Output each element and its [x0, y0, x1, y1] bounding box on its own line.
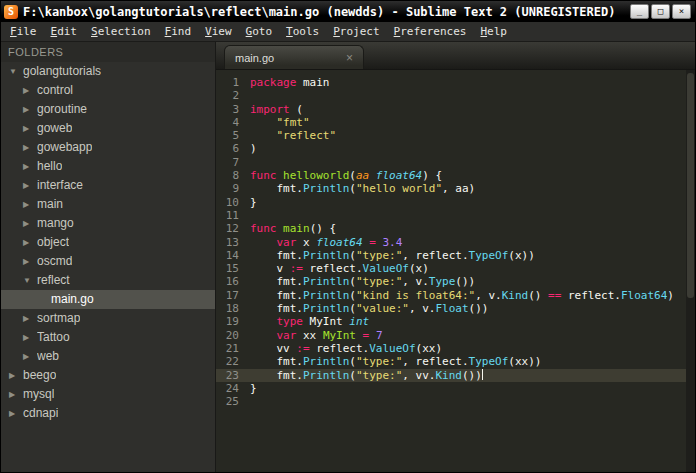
code-line-13[interactable]: 13 var x float64 = 3.4: [216, 236, 695, 249]
folder-item-object[interactable]: ▶object: [1, 233, 215, 252]
code-line-14[interactable]: 14 fmt.Println("type:", reflect.TypeOf(x…: [216, 249, 695, 262]
line-number: 24: [216, 382, 250, 395]
chevron-right-icon[interactable]: ▶: [23, 176, 34, 195]
line-number: 8: [216, 169, 250, 182]
folder-item-beego[interactable]: ▶beego: [1, 366, 215, 385]
chevron-right-icon[interactable]: ▶: [23, 233, 34, 252]
folder-item-mysql[interactable]: ▶mysql: [1, 385, 215, 404]
code-line-4[interactable]: 4 "fmt": [216, 116, 695, 129]
code-line-18[interactable]: 18 fmt.Println("value:", v.Float()): [216, 302, 695, 315]
line-number: 19: [216, 315, 250, 328]
code-line-10[interactable]: 10}: [216, 196, 695, 209]
chevron-right-icon[interactable]: ▶: [9, 366, 20, 385]
folder-item-golangtutorials[interactable]: ▼golangtutorials: [1, 62, 215, 81]
chevron-right-icon[interactable]: ▶: [23, 309, 34, 328]
chevron-right-icon[interactable]: ▶: [23, 195, 34, 214]
editor-scrollbar[interactable]: [686, 70, 695, 472]
folder-item-interface[interactable]: ▶interface: [1, 176, 215, 195]
code-line-22[interactable]: 22 fmt.Println("type:", reflect.TypeOf(x…: [216, 355, 695, 368]
file-item-main.go[interactable]: main.go: [1, 290, 215, 309]
chevron-right-icon[interactable]: ▶: [23, 100, 34, 119]
code-line-12[interactable]: 12func main() {: [216, 222, 695, 235]
code-line-15[interactable]: 15 v := reflect.ValueOf(x): [216, 262, 695, 275]
code-line-23[interactable]: 23 fmt.Println("type:", vv.Kind()): [216, 369, 695, 382]
app-icon[interactable]: S: [4, 5, 18, 19]
chevron-right-icon[interactable]: ▶: [23, 81, 34, 100]
tab-close-icon[interactable]: ×: [320, 52, 353, 64]
folder-item-control[interactable]: ▶control: [1, 81, 215, 100]
folder-item-hello[interactable]: ▶hello: [1, 157, 215, 176]
chevron-right-icon[interactable]: ▶: [23, 157, 34, 176]
chevron-right-icon[interactable]: ▶: [23, 347, 34, 366]
chevron-down-icon[interactable]: ▼: [9, 62, 20, 81]
menu-tools[interactable]: Tools: [279, 22, 326, 41]
code-text: "fmt": [250, 116, 695, 129]
folder-item-oscmd[interactable]: ▶oscmd: [1, 252, 215, 271]
code-line-6[interactable]: 6): [216, 142, 695, 155]
line-number: 13: [216, 236, 250, 249]
menu-help[interactable]: Help: [473, 22, 514, 41]
chevron-right-icon[interactable]: ▶: [23, 119, 34, 138]
code-line-1[interactable]: 1package main: [216, 76, 695, 89]
code-line-7[interactable]: 7: [216, 156, 695, 169]
folder-item-goweb[interactable]: ▶goweb: [1, 119, 215, 138]
close-button[interactable]: ×: [672, 4, 691, 19]
code-line-3[interactable]: 3import (: [216, 103, 695, 116]
line-number: 18: [216, 302, 250, 315]
folder-item-gowebapp[interactable]: ▶gowebapp: [1, 138, 215, 157]
code-line-19[interactable]: 19 type MyInt int: [216, 315, 695, 328]
line-number: 15: [216, 262, 250, 275]
code-line-16[interactable]: 16 fmt.Println("type:", v.Type()): [216, 275, 695, 288]
menu-view[interactable]: View: [198, 22, 239, 41]
minimize-button[interactable]: _: [630, 4, 649, 19]
chevron-right-icon[interactable]: ▶: [23, 252, 34, 271]
chevron-down-icon[interactable]: ▼: [23, 271, 34, 290]
code-line-5[interactable]: 5 "reflect": [216, 129, 695, 142]
code-line-20[interactable]: 20 var xx MyInt = 7: [216, 329, 695, 342]
code-line-24[interactable]: 24}: [216, 382, 695, 395]
menu-selection[interactable]: Selection: [84, 22, 158, 41]
line-number: 5: [216, 129, 250, 142]
chevron-right-icon[interactable]: ▶: [9, 385, 20, 404]
menu-file[interactable]: File: [3, 22, 44, 41]
chevron-right-icon[interactable]: ▶: [9, 404, 20, 423]
tree-item-label: gowebapp: [37, 138, 92, 157]
menu-edit[interactable]: Edit: [44, 22, 85, 41]
folder-item-tattoo[interactable]: ▶Tattoo: [1, 328, 215, 347]
folder-item-main[interactable]: ▶main: [1, 195, 215, 214]
main-area: FOLDERS ▼golangtutorials▶control▶gorouti…: [1, 42, 695, 472]
maximize-button[interactable]: □: [651, 4, 670, 19]
code-text: fmt.Println("kind is float64:", v.Kind()…: [250, 289, 695, 302]
folder-item-reflect[interactable]: ▼reflect: [1, 271, 215, 290]
line-number: 4: [216, 116, 250, 129]
menu-project[interactable]: Project: [326, 22, 386, 41]
code-text: var xx MyInt = 7: [250, 329, 695, 342]
code-line-11[interactable]: 11: [216, 209, 695, 222]
folder-item-mango[interactable]: ▶mango: [1, 214, 215, 233]
code-line-2[interactable]: 2: [216, 89, 695, 102]
chevron-right-icon[interactable]: ▶: [23, 328, 34, 347]
folder-item-goroutine[interactable]: ▶goroutine: [1, 100, 215, 119]
scrollbar-thumb[interactable]: [687, 73, 694, 298]
chevron-right-icon[interactable]: ▶: [23, 214, 34, 233]
code-text: fmt.Println("type:", reflect.TypeOf(x)): [250, 249, 695, 262]
menu-preferences[interactable]: Preferences: [387, 22, 474, 41]
code-text: [250, 395, 695, 408]
chevron-right-icon[interactable]: ▶: [23, 138, 34, 157]
folder-item-web[interactable]: ▶web: [1, 347, 215, 366]
code-line-21[interactable]: 21 vv := reflect.ValueOf(xx): [216, 342, 695, 355]
tab-main.go[interactable]: main.go×: [224, 45, 364, 69]
tab-bar: main.go×: [216, 42, 695, 70]
menu-goto[interactable]: Goto: [239, 22, 280, 41]
folder-item-cdnapi[interactable]: ▶cdnapi: [1, 404, 215, 423]
folder-item-sortmap[interactable]: ▶sortmap: [1, 309, 215, 328]
code-text: }: [250, 196, 695, 209]
menu-find[interactable]: Find: [158, 22, 199, 41]
code-line-8[interactable]: 8func helloworld(aa float64) {: [216, 169, 695, 182]
code-line-9[interactable]: 9 fmt.Println("hello world", aa): [216, 182, 695, 195]
line-number: 17: [216, 289, 250, 302]
code-line-17[interactable]: 17 fmt.Println("kind is float64:", v.Kin…: [216, 289, 695, 302]
code-area[interactable]: 1package main23import (4 "fmt"5 "reflect…: [216, 70, 695, 472]
title-bar[interactable]: S F:\kanbox\golangtutorials\reflect\main…: [1, 1, 695, 22]
code-line-25[interactable]: 25: [216, 395, 695, 408]
